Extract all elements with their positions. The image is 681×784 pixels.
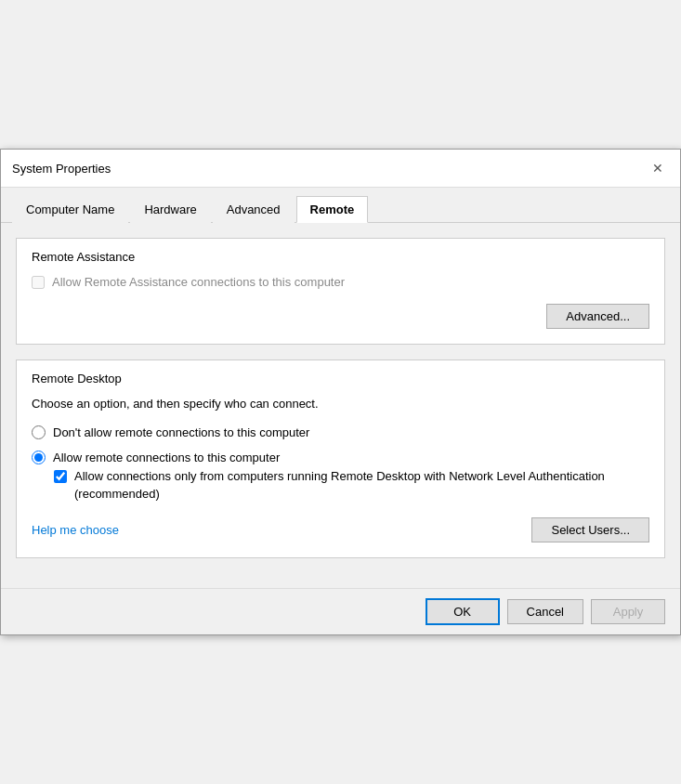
tab-advanced[interactable]: Advanced xyxy=(213,196,295,223)
remote-desktop-title: Remote Desktop xyxy=(32,372,649,385)
help-me-choose-link[interactable]: Help me choose xyxy=(32,523,119,537)
radio-allow-connections-row: Allow remote connections to this compute… xyxy=(32,451,649,464)
cancel-button[interactable]: Cancel xyxy=(507,599,583,624)
bottom-bar: OK Cancel Apply xyxy=(1,588,680,634)
remote-assistance-section: Remote Assistance Allow Remote Assistanc… xyxy=(16,238,665,345)
remote-assistance-advanced-btn[interactable]: Advanced... xyxy=(546,304,649,329)
title-bar: System Properties ✕ xyxy=(1,150,680,188)
tab-computer-name[interactable]: Computer Name xyxy=(12,196,128,223)
remote-assistance-checkbox-row: Allow Remote Assistance connections to t… xyxy=(32,275,649,289)
radio-no-connections[interactable] xyxy=(32,425,46,439)
remote-desktop-options: Don't allow remote connections to this c… xyxy=(32,425,649,502)
select-users-btn[interactable]: Select Users... xyxy=(531,517,649,542)
allow-connections-group: Allow remote connections to this compute… xyxy=(32,451,649,502)
sub-checkbox-row: Allow connections only from computers ru… xyxy=(54,468,649,502)
radio-allow-connections-label: Allow remote connections to this compute… xyxy=(53,451,280,464)
apply-button[interactable]: Apply xyxy=(591,599,665,624)
remote-desktop-description: Choose an option, and then specify who c… xyxy=(32,397,649,411)
remote-desktop-section: Remote Desktop Choose an option, and the… xyxy=(16,359,665,557)
nla-checkbox[interactable] xyxy=(54,470,67,483)
tab-hardware[interactable]: Hardware xyxy=(130,196,210,223)
remote-assistance-title: Remote Assistance xyxy=(32,250,649,264)
system-properties-window: System Properties ✕ Computer Name Hardwa… xyxy=(0,149,681,634)
tab-remote[interactable]: Remote xyxy=(296,196,369,223)
remote-assistance-checkbox[interactable] xyxy=(32,276,45,289)
radio-no-connections-label: Don't allow remote connections to this c… xyxy=(53,425,309,439)
radio-allow-connections[interactable] xyxy=(32,451,46,464)
main-content: Remote Assistance Allow Remote Assistanc… xyxy=(1,223,680,587)
remote-desktop-footer: Help me choose Select Users... xyxy=(32,517,649,542)
radio-no-connections-row: Don't allow remote connections to this c… xyxy=(32,425,649,439)
close-button[interactable]: ✕ xyxy=(647,157,669,179)
window-title: System Properties xyxy=(12,162,111,176)
remote-assistance-label: Allow Remote Assistance connections to t… xyxy=(52,275,345,289)
ok-button[interactable]: OK xyxy=(426,598,500,625)
nla-label: Allow connections only from computers ru… xyxy=(74,468,649,502)
tab-bar: Computer Name Hardware Advanced Remote xyxy=(1,188,680,223)
remote-assistance-footer: Advanced... xyxy=(32,304,649,329)
